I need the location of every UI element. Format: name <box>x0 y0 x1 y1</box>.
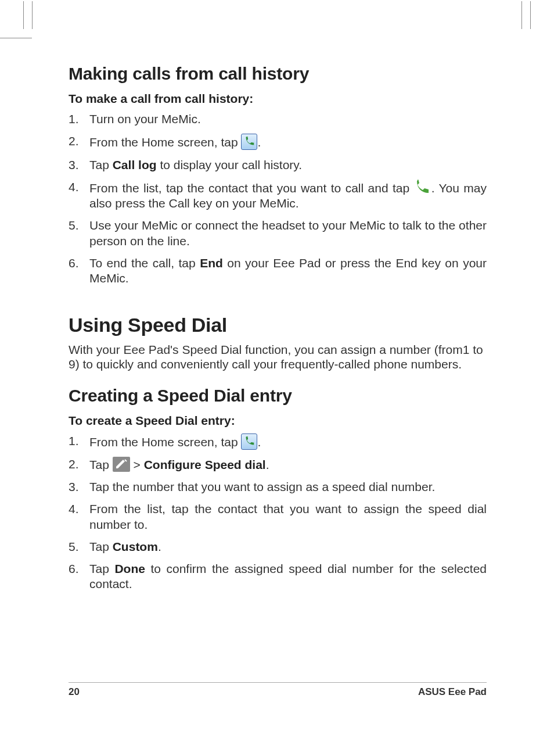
step-item: 1.Turn on your MeMic. <box>69 112 487 127</box>
crop-mark <box>32 1 33 29</box>
crop-mark <box>0 38 32 38</box>
footer-brand: ASUS Eee Pad <box>418 686 487 698</box>
step-text: Turn on your MeMic. <box>89 112 201 126</box>
step-number: 1. <box>69 433 85 449</box>
step-number: 5. <box>69 218 85 233</box>
step-item: 5.Use your MeMic or connect the headset … <box>69 218 487 249</box>
step-number: 4. <box>69 501 85 517</box>
step-item: 1.From the Home screen, tap . <box>69 433 487 450</box>
step-text: Use your MeMic or connect the headset to… <box>89 218 487 247</box>
step-text: To end the call, tap End on your Eee Pad… <box>89 256 487 285</box>
phone-app-icon <box>241 433 257 450</box>
step-item: 2.Tap > Configure Speed dial. <box>69 457 487 472</box>
step-item: 6.Tap Done to confirm the assigned speed… <box>69 561 487 592</box>
crop-mark <box>530 1 531 29</box>
section-heading-create-speed-dial: Creating a Speed Dial entry <box>69 386 487 406</box>
step-item: 4.From the list, tap the contact that yo… <box>69 501 487 532</box>
step-text: From the Home screen, tap . <box>89 435 261 449</box>
manual-page: Making calls from call history To make a… <box>0 0 554 756</box>
step-text: Tap Done to confirm the assigned speed d… <box>89 562 487 590</box>
page-footer: 20 ASUS Eee Pad <box>69 682 487 698</box>
step-number: 6. <box>69 561 85 576</box>
step-text: From the Home screen, tap . <box>89 135 261 149</box>
page-content: Making calls from call history To make a… <box>69 64 487 599</box>
section-heading-call-history: Making calls from call history <box>69 64 487 84</box>
step-item: 2.From the Home screen, tap . <box>69 134 487 150</box>
steps-call-history: 1.Turn on your MeMic.2.From the Home scr… <box>69 112 487 286</box>
page-number: 20 <box>69 686 80 698</box>
chapter-lead: With your Eee Pad's Speed Dial function,… <box>69 342 487 371</box>
step-text: Tap Call log to display your call histor… <box>89 158 302 171</box>
step-number: 4. <box>69 180 85 195</box>
step-item: 6.To end the call, tap End on your Eee P… <box>69 256 487 286</box>
step-number: 3. <box>69 479 85 495</box>
subhead-call-history: To make a call from call history: <box>69 92 487 106</box>
step-number: 6. <box>69 256 85 271</box>
step-number: 5. <box>69 539 85 554</box>
step-number: 1. <box>69 112 85 127</box>
step-number: 2. <box>69 457 85 472</box>
step-item: 4.From the list, tap the contact that yo… <box>69 180 487 212</box>
call-handset-icon <box>414 180 431 196</box>
step-text: Tap > Configure Speed dial. <box>89 458 269 471</box>
step-number: 2. <box>69 134 85 149</box>
phone-app-icon <box>241 134 257 150</box>
steps-speed-dial: 1.From the Home screen, tap .2.Tap > Con… <box>69 433 487 592</box>
step-text: Tap the number that you want to assign a… <box>89 480 435 493</box>
chapter-heading-speed-dial: Using Speed Dial <box>69 314 487 336</box>
step-text: From the list, tap the contact that you … <box>89 181 487 210</box>
step-text: From the list, tap the contact that you … <box>89 502 487 531</box>
edit-pencil-icon <box>113 457 130 472</box>
step-item: 3.Tap Call log to display your call hist… <box>69 157 487 173</box>
crop-mark <box>521 1 522 29</box>
crop-mark <box>23 1 24 29</box>
subhead-create-speed-dial: To create a Speed Dial entry: <box>69 414 487 428</box>
step-number: 3. <box>69 157 85 173</box>
step-item: 3.Tap the number that you want to assign… <box>69 479 487 495</box>
step-item: 5.Tap Custom. <box>69 539 487 554</box>
step-text: Tap Custom. <box>89 540 161 553</box>
